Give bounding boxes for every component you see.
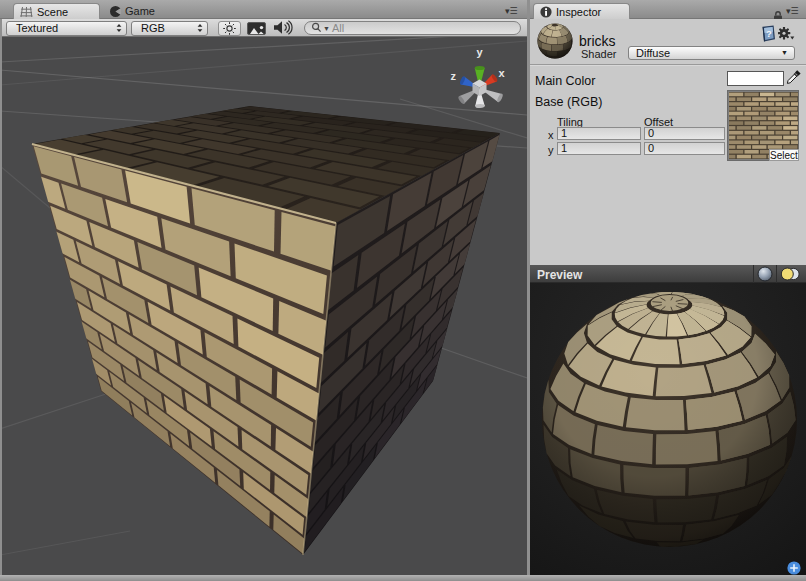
svg-text:y: y: [477, 46, 484, 58]
svg-text:?: ?: [766, 28, 772, 39]
svg-text:z: z: [451, 70, 457, 82]
svg-text:x: x: [499, 67, 506, 79]
